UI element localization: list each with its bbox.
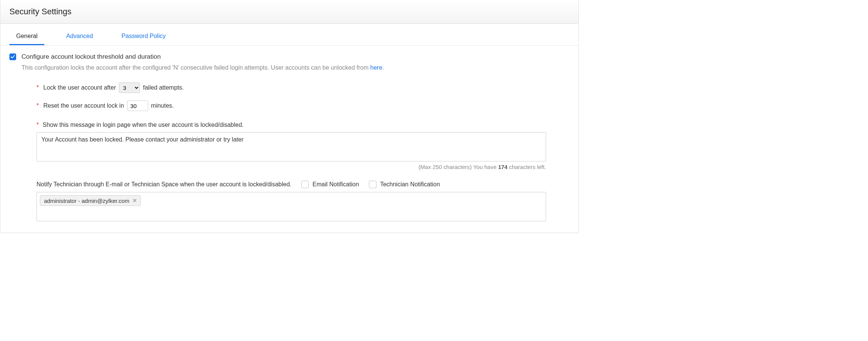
lockout-description: This configuration locks the account aft… [21,64,569,71]
email-notification-checkbox[interactable] [301,181,309,188]
tab-password-policy[interactable]: Password Policy [115,29,172,45]
tab-advanced[interactable]: Advanced [59,29,100,45]
lockout-checkbox-label: Configure account lockout threshold and … [21,53,161,61]
check-icon [11,55,15,59]
lockout-checkbox[interactable] [9,53,16,60]
recipients-input[interactable]: administrator - admin@zylker.com ✕ [36,192,546,221]
content: Configure account lockout threshold and … [0,46,578,233]
recipient-tag-label: administrator - admin@zylker.com [44,198,129,204]
locked-message-textarea[interactable] [36,132,546,161]
notify-label: Notify Technician through E-mail or Tech… [36,181,291,188]
required-asterisk: * [36,122,39,128]
email-notification-label: Email Notification [313,181,359,188]
char-count-info: (Max 250 characters) You have 174 charac… [36,164,546,170]
unlock-here-link[interactable]: here [370,64,382,71]
required-asterisk: * [36,84,39,91]
technician-notification-checkbox[interactable] [369,181,376,188]
chars-left-count: 174 [498,164,507,170]
reset-label-before: Reset the user account lock in [43,102,124,109]
reset-lock-row: * Reset the user account lock in minutes… [36,100,569,111]
page-title: Security Settings [9,7,569,17]
reset-label-after: minutes. [151,102,174,109]
required-asterisk: * [36,102,39,109]
recipient-tag: administrator - admin@zylker.com ✕ [40,195,141,206]
reset-minutes-input[interactable] [127,100,148,111]
lock-after-label-before: Lock the user account after [43,84,116,91]
page-header: Security Settings [0,0,578,24]
lock-after-label-after: failed attempts. [143,84,184,91]
technician-notification-label: Technician Notification [380,181,440,188]
tab-general[interactable]: General [9,29,44,45]
tabs: General Advanced Password Policy [0,29,578,46]
lock-attempts-select[interactable]: 3 [119,82,140,93]
locked-message-label: Show this message in login page when the… [42,122,244,128]
remove-tag-icon[interactable]: ✕ [132,197,137,204]
lock-after-row: * Lock the user account after 3 failed a… [36,82,569,93]
